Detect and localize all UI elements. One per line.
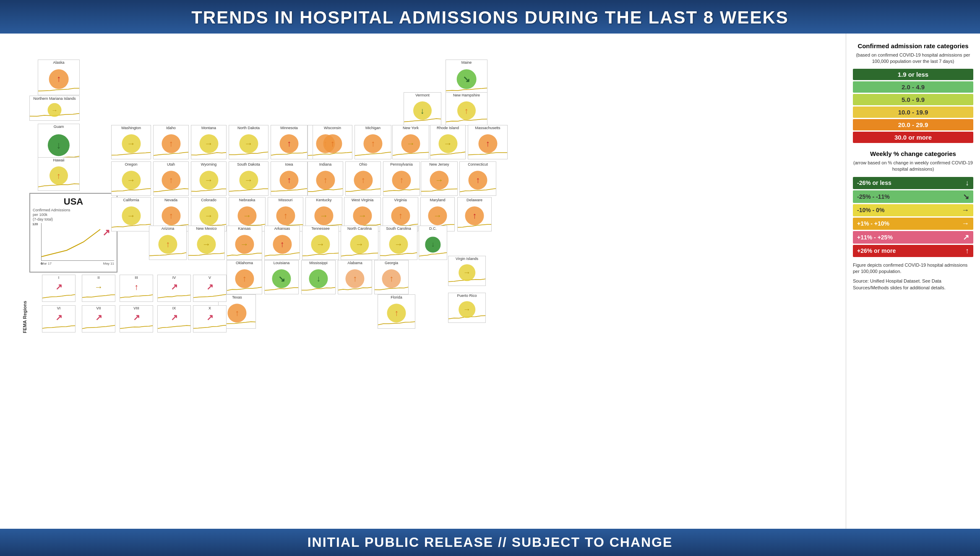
state-chart-pennsylvania: ↑ (383, 167, 420, 195)
state-chart-massachusetts: ↑ (468, 131, 507, 159)
weekly-plus1-10: +1% - +10%→ (853, 218, 973, 230)
state-chart-mississippi: ↓ (302, 266, 335, 294)
usa-label: USA (33, 196, 114, 207)
state-card-connecticut: Connecticut↑ (459, 161, 496, 196)
state-circle-rhode_island: → (438, 135, 457, 153)
state-label-virgin_islands: Virgin Islands (448, 256, 485, 262)
state-label-alabama: Alabama (338, 260, 372, 266)
state-chart-alabama: ↑ (338, 266, 372, 294)
state-arrow-colorado: → (204, 211, 213, 221)
state-card-northern_mariana: Northern Mariana Islands→ (29, 96, 80, 121)
state-card-maine: Maine↘ (446, 60, 487, 95)
state-label-nevada: Nevada (154, 197, 188, 203)
state-label-arizona: Arizona (149, 226, 186, 231)
state-circle-oregon: → (122, 171, 141, 190)
state-arrow-new_jersey: → (435, 176, 443, 185)
fema-arrow-fema_iv: ↗ (171, 282, 178, 292)
state-chart-kansas: → (227, 231, 262, 260)
sidebar-source: Source: Unified Hospital Dataset. See Da… (853, 278, 973, 291)
state-arrow-oklahoma: ↑ (242, 274, 246, 284)
state-chart-north_carolina: → (341, 231, 378, 260)
state-chart-maine: ↘ (446, 65, 487, 95)
state-label-south_dakota: South Dakota (229, 162, 268, 167)
state-label-minnesota: Minnesota (271, 125, 307, 131)
state-circle-colorado: → (199, 207, 218, 226)
state-arrow-rhode_island: → (443, 139, 452, 149)
legend-20.0-29.9: 20.0 - 29.9 (853, 119, 973, 130)
state-arrow-west_virginia: → (358, 211, 367, 221)
footer-text: INITIAL PUBLIC RELEASE // SUBJECT TO CHA… (0, 535, 980, 550)
state-circle-north_dakota: → (239, 135, 258, 153)
state-card-montana: Montana→ (191, 125, 227, 159)
state-card-california: California→ (111, 197, 151, 231)
state-label-tennessee: Tennessee (302, 226, 339, 231)
state-chart-arizona: ↑ (149, 231, 186, 260)
state-circle-louisiana: ↘ (272, 270, 291, 288)
state-circle-ohio: ↑ (354, 171, 373, 190)
state-label-wisconsin: Wisconsin (313, 125, 352, 131)
state-circle-utah: ↑ (162, 171, 180, 190)
state-circle-pennsylvania: ↑ (392, 171, 411, 190)
page-footer: INITIAL PUBLIC RELEASE // SUBJECT TO CHA… (0, 529, 980, 556)
state-circle-nebraska: → (237, 207, 256, 226)
state-card-arizona: Arizona↑ (149, 226, 187, 260)
state-label-mississippi: Mississippi (302, 260, 335, 266)
state-label-virginia: Virginia (383, 197, 418, 203)
state-card-new_hampshire: New Hampshire↑ (446, 92, 487, 126)
state-chart-florida: ↑ (378, 300, 415, 328)
state-card-indiana: Indiana↑ (308, 161, 343, 196)
fema-arrow-fema_vi: ↗ (55, 312, 63, 322)
state-label-hawaii: Hawaii (38, 158, 79, 163)
state-card-south_carolina: South Carolina→ (380, 226, 417, 260)
state-circle-montana: → (199, 135, 218, 153)
state-chart-minnesota: ↑ (271, 131, 307, 159)
state-circle-oklahoma: ↑ (235, 270, 254, 288)
state-label-delaware: Delaware (458, 197, 491, 203)
state-card-hawaii: Hawaii↑ (38, 157, 80, 191)
state-label-alaska: Alaska (38, 60, 79, 65)
state-arrow-south_carolina: → (394, 240, 403, 249)
state-chart-fema_ix: ↗ (158, 311, 190, 332)
state-arrow-new_hampshire: ↑ (464, 106, 469, 116)
state-card-kansas: Kansas→ (227, 226, 262, 260)
state-chart-georgia: ↑ (375, 266, 408, 294)
fema-arrow-fema_ii: → (94, 282, 103, 291)
state-label-oregon: Oregon (112, 162, 151, 167)
state-card-fema_viii: VIII↗ (120, 305, 153, 333)
state-arrow-washington: → (127, 139, 135, 149)
legend-5.0-9.9: 5.0 - 9.9 (853, 94, 973, 105)
state-chart-oregon: → (112, 167, 151, 195)
state-arrow-hawaii: ↑ (57, 171, 61, 181)
state-card-pennsylvania: Pennsylvania↑ (383, 161, 420, 196)
usa-box: USA Confirmed Admissionsper 100k(7-day t… (29, 193, 117, 273)
state-label-missouri: Missouri (268, 197, 303, 203)
state-arrow-arizona: ↑ (166, 240, 170, 249)
state-card-new_mexico: New Mexico→ (188, 226, 225, 260)
state-circle-maine: ↘ (457, 69, 477, 89)
state-chart-michigan: ↑ (355, 131, 391, 159)
state-arrow-pennsylvania: ↑ (399, 176, 404, 185)
state-card-wyoming: Wyoming→ (191, 161, 227, 196)
state-card-ohio: Ohio↑ (345, 161, 381, 196)
state-label-fema_ii: II (82, 275, 115, 281)
state-label-guam: Guam (38, 124, 79, 130)
page-title: TRENDS IN HOSPITAL ADMISSIONS DURING THE… (0, 8, 980, 28)
state-arrow-texas: ↑ (235, 309, 239, 318)
state-arrow-delaware: ↑ (472, 211, 477, 221)
fema-arrow-fema_x: ↗ (206, 312, 214, 322)
state-arrow-maryland: → (433, 211, 442, 221)
state-chart-delaware: ↑ (458, 203, 491, 231)
state-label-idaho: Idaho (154, 125, 188, 131)
state-arrow-louisiana: ↘ (278, 274, 285, 284)
state-label-fema_iv: IV (158, 275, 190, 281)
state-label-michigan: Michigan (355, 125, 391, 131)
state-card-oklahoma: Oklahoma↑ (227, 260, 262, 294)
state-card-alaska: Alaska↑ (38, 60, 80, 95)
weekly-minus26: -26% or less↓ (853, 177, 973, 189)
state-chart-louisiana: ↘ (265, 266, 298, 294)
state-card-vermont: Vermont↓ (404, 92, 441, 126)
fema-arrow-fema_i: ↗ (55, 282, 63, 292)
legend-10.0-19.9: 10.0 - 19.9 (853, 107, 973, 118)
sidebar-note: Figure depicts confirmed COVID-19 hospit… (853, 262, 973, 275)
state-arrow-alaska: ↑ (57, 74, 61, 84)
